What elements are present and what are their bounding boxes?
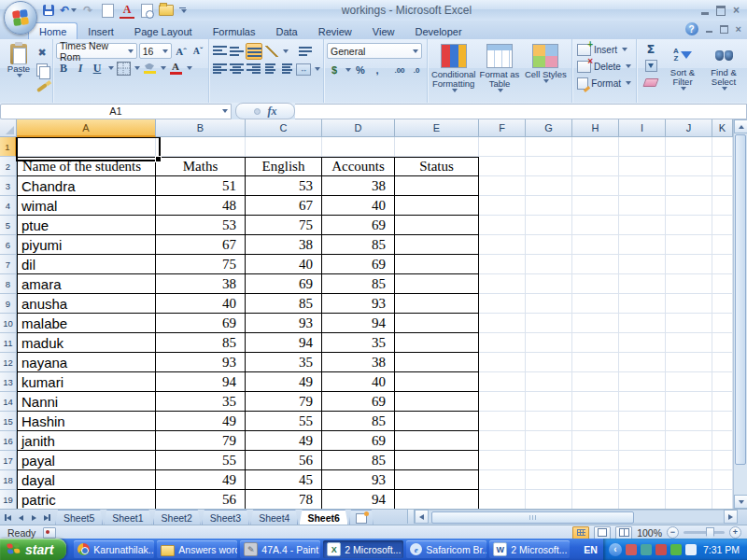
cell-J16[interactable] [666,431,712,451]
row-header-12[interactable]: 12 [0,353,17,372]
minimize-icon[interactable] [701,12,709,15]
cell-E1[interactable] [395,137,479,157]
cell-B8[interactable]: 38 [156,274,246,294]
cell-H15[interactable] [572,412,619,431]
cell-G11[interactable] [526,333,572,353]
cell-D14[interactable]: 69 [322,392,395,412]
horizontal-scroll-thumb[interactable] [431,511,634,524]
restore-icon[interactable] [716,6,726,16]
column-header-K[interactable]: K [712,119,733,137]
cell-G16[interactable] [526,431,572,451]
cell-D13[interactable]: 40 [322,372,395,392]
cell-E9[interactable] [395,294,479,314]
cell-E12[interactable] [395,353,479,372]
horizontal-scrollbar[interactable] [407,510,738,524]
cell-C17[interactable]: 56 [246,451,322,470]
cell-C14[interactable]: 79 [246,392,322,412]
cell-D16[interactable]: 69 [322,431,395,451]
copy-button[interactable] [35,63,49,77]
row-header-14[interactable]: 14 [0,392,17,412]
comma-style-button[interactable]: , [370,63,385,77]
zoom-in-icon[interactable]: + [729,526,741,539]
cell-D4[interactable]: 40 [322,196,395,216]
cell-C11[interactable]: 94 [246,333,322,353]
cell-J11[interactable] [666,333,712,353]
cell-H5[interactable] [572,216,619,235]
normal-view-button[interactable] [572,526,589,539]
cell-B2[interactable]: Maths [156,157,246,176]
row-header-9[interactable]: 9 [0,294,17,314]
cell-F13[interactable] [479,372,526,392]
shrink-font-button[interactable]: Aˇ [190,44,205,59]
open-icon[interactable] [159,3,174,18]
align-right-button[interactable] [246,62,261,77]
tab-split-handle[interactable] [407,510,415,524]
cell-E7[interactable] [395,255,479,274]
cell-E13[interactable] [395,372,479,392]
cell-I6[interactable] [619,235,666,255]
cell-D7[interactable]: 69 [322,255,395,274]
cell-J2[interactable] [666,157,712,176]
cell-F2[interactable] [479,157,526,176]
cell-C12[interactable]: 35 [246,353,322,372]
cell-G9[interactable] [526,294,572,314]
cell-I14[interactable] [619,392,666,412]
conditional-formatting-button[interactable]: Conditional Formatting [430,41,476,92]
cell-J15[interactable] [666,412,712,431]
cell-K2[interactable] [712,157,733,176]
cell-E15[interactable] [395,412,479,431]
orientation-button[interactable] [264,44,279,59]
increase-decimal-button[interactable]: .00 [392,63,407,77]
taskbar-item-6[interactable]: W2 Microsoft... [489,540,570,558]
cell-K4[interactable] [712,196,733,216]
format-as-table-button[interactable]: Format as Table [476,41,522,92]
row-header-2[interactable]: 2 [0,157,17,176]
cell-F18[interactable] [479,470,526,490]
cell-H1[interactable] [572,137,619,157]
column-header-I[interactable]: I [619,119,666,137]
column-header-H[interactable]: H [572,119,619,137]
cell-B1[interactable] [156,137,246,157]
cell-I10[interactable] [619,314,666,333]
tray-app-icon-1[interactable] [626,544,637,555]
cell-K16[interactable] [712,431,733,451]
zoom-level[interactable]: 100% [637,527,662,539]
font-name-combo[interactable]: Times New Rom [56,43,137,59]
tray-app-icon-5[interactable] [685,544,697,555]
cell-A17[interactable]: payal [17,451,156,470]
cell-J19[interactable] [666,490,712,509]
cell-B6[interactable]: 67 [156,235,246,255]
cell-G4[interactable] [526,196,572,216]
column-header-D[interactable]: D [322,119,395,137]
workbook-close-icon[interactable]: × [736,23,741,35]
cell-I17[interactable] [619,451,666,470]
fill-handle[interactable] [155,156,162,162]
scroll-right-icon[interactable] [724,510,738,524]
cell-F10[interactable] [479,314,526,333]
insert-worksheet-button[interactable] [349,510,374,525]
cell-K7[interactable] [712,255,733,274]
format-cells-button[interactable]: Format [575,75,633,91]
cell-A10[interactable]: malabe [17,314,156,333]
cell-D18[interactable]: 93 [322,470,395,490]
cell-F5[interactable] [479,216,526,235]
cell-J9[interactable] [666,294,712,314]
bottom-align-button[interactable] [246,43,262,60]
cell-I18[interactable] [619,470,666,490]
find-select-button[interactable]: Find & Select [703,41,744,91]
sheet-tab-sheet3[interactable]: Sheet3 [202,510,249,525]
percent-style-button[interactable]: % [353,63,368,77]
next-sheet-icon[interactable] [28,511,40,524]
cell-A16[interactable]: janith [17,431,156,451]
taskbar-item-5[interactable]: eSafaricom Br... [406,540,486,558]
cell-K3[interactable] [712,176,733,196]
format-painter-button[interactable] [35,80,49,95]
cell-E8[interactable] [395,274,479,294]
cell-K19[interactable] [712,490,733,509]
column-header-J[interactable]: J [666,119,712,137]
cell-I15[interactable] [619,412,666,431]
cell-K18[interactable] [712,470,733,490]
top-align-button[interactable] [212,44,227,59]
cell-H12[interactable] [572,353,619,372]
row-header-18[interactable]: 18 [0,470,17,490]
